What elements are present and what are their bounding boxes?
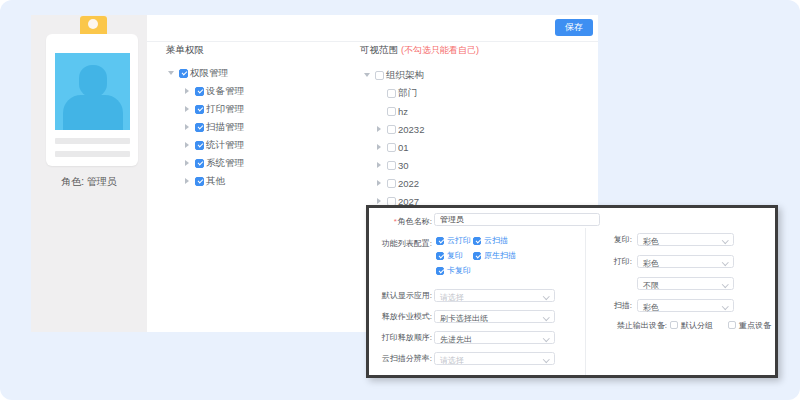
forbid-output-option[interactable]: 重点设备 [728,320,771,331]
save-button[interactable]: 保存 [555,19,593,36]
tree-node-label: 01 [398,142,409,153]
menu-permissions-tree: 权限管理 设备管理 打印管理 扫描管理 统计管理 系统管理 其他 [165,64,244,190]
caret-right-icon[interactable] [183,124,191,130]
forbid-output-checkbox[interactable] [670,321,678,329]
panel-header [147,15,598,42]
tree-node[interactable]: 其他 [165,172,244,190]
feature-option-label: 云扫描 [484,235,508,246]
tree-node[interactable]: 部门 [361,84,424,102]
tree-checkbox[interactable] [195,177,204,186]
caret-right-icon[interactable] [183,88,191,94]
caret-right-icon[interactable] [183,160,191,166]
caret-right-icon[interactable] [183,178,191,184]
feature-checkbox[interactable] [436,237,444,245]
feature-option[interactable]: 云扫描 [473,235,508,246]
field-label: 打印释放顺序: [369,332,432,343]
tree-checkbox[interactable] [387,143,396,152]
feature-config-label: 功能列表配置: [369,238,432,249]
select-field[interactable]: 刷卡选择出纸 [434,310,555,323]
screenshot-stage: 角色: 管理员 保存 菜单权限 可视范围 (不勾选只能看自己) 权限管理 设备管… [0,0,800,400]
id-card-illustration [46,34,138,166]
select-value: 彩色 [643,236,659,247]
chevron-down-icon [722,259,728,265]
card-text-line [55,151,130,157]
forbid-output-checkbox[interactable] [728,321,736,329]
tree-node-label: 组织架构 [386,69,424,82]
tree-checkbox[interactable] [387,125,396,134]
tree-checkbox[interactable] [387,161,396,170]
tree-node-label: 扫描管理 [206,121,244,134]
feature-checkbox[interactable] [473,252,481,260]
field-label: 扫描: [585,300,632,311]
role-detail-panel: *角色名称: 功能列表配置: 云打印 云扫描 复印 原生扫描 卡复印 默认显示应… [366,205,778,378]
feature-option[interactable]: 原生扫描 [473,250,516,261]
select-field[interactable]: 彩色 [637,233,734,246]
tree-checkbox[interactable] [387,179,396,188]
tree-node[interactable]: 20232 [361,120,424,138]
tree-node[interactable]: 权限管理 [165,64,244,82]
tree-node[interactable]: 01 [361,138,424,156]
form-field: 打印释放顺序: 先进先出 [369,331,555,344]
tree-node[interactable]: 组织架构 [361,66,424,84]
forbid-output-label: 禁止输出设备: [585,320,667,331]
select-value: 先进先出 [440,334,472,345]
select-field[interactable]: 彩色 [637,255,734,268]
tree-node-label: 统计管理 [206,139,244,152]
caret-right-icon[interactable] [183,142,191,148]
feature-option[interactable]: 复印 [436,250,463,261]
tree-node[interactable]: 30 [361,156,424,174]
tree-node[interactable]: 系统管理 [165,154,244,172]
caret-down-icon[interactable] [363,73,371,77]
tree-checkbox[interactable] [195,123,204,132]
caret-right-icon[interactable] [375,162,383,168]
role-name-input[interactable] [434,213,600,226]
right-field-group: 复印: 彩色 打印: 彩色 不限 扫描: 彩色 [585,233,734,312]
tree-checkbox[interactable] [375,71,384,80]
tree-checkbox[interactable] [179,69,188,78]
badge-clip-hole [88,19,98,29]
caret-down-icon[interactable] [167,71,175,75]
tree-checkbox[interactable] [195,105,204,114]
feature-checkbox[interactable] [436,252,444,260]
select-field[interactable]: 先进先出 [434,331,555,344]
select-value: 刷卡选择出纸 [440,313,488,324]
select-field[interactable]: 请选择 [434,352,555,365]
avatar [55,53,130,130]
select-field[interactable]: 请选择 [434,289,555,302]
caret-right-icon[interactable] [375,126,383,132]
select-value: 不限 [643,280,659,291]
tree-node[interactable]: hz [361,102,424,120]
caret-right-icon[interactable] [183,106,191,112]
card-text-line [55,138,130,144]
tree-checkbox[interactable] [387,89,396,98]
feature-option[interactable]: 卡复印 [436,265,471,276]
tree-node[interactable]: 设备管理 [165,82,244,100]
caret-right-icon[interactable] [375,198,383,204]
form-field: 复印: 彩色 [585,233,734,246]
tree-node[interactable]: 扫描管理 [165,118,244,136]
tree-checkbox[interactable] [195,141,204,150]
visible-scope-note: (不勾选只能看自己) [401,44,479,57]
visible-scope-title: 可视范围 [360,44,398,57]
tree-node-label: hz [398,106,408,117]
field-label: 复印: [585,234,632,245]
caret-right-icon[interactable] [375,144,383,150]
tree-node[interactable]: 统计管理 [165,136,244,154]
tree-node[interactable]: 打印管理 [165,100,244,118]
feature-option[interactable]: 云打印 [436,235,471,246]
feature-checkbox[interactable] [473,237,481,245]
select-field[interactable]: 不限 [637,277,734,290]
tree-node-label: 部门 [398,87,417,100]
tree-checkbox[interactable] [387,107,396,116]
forbid-output-option[interactable]: 默认分组 [670,320,713,331]
feature-checkbox[interactable] [436,267,444,275]
form-field: 不限 [585,277,734,290]
visible-scope-tree: 组织架构 部门 hz 20232 01 30 2022 2027 [361,66,424,210]
caret-right-icon[interactable] [375,180,383,186]
tree-node[interactable]: 2022 [361,174,424,192]
menu-permissions-title: 菜单权限 [166,44,204,57]
select-field[interactable]: 彩色 [637,299,734,312]
tree-checkbox[interactable] [195,159,204,168]
tree-checkbox[interactable] [195,87,204,96]
chevron-down-icon [722,281,728,287]
